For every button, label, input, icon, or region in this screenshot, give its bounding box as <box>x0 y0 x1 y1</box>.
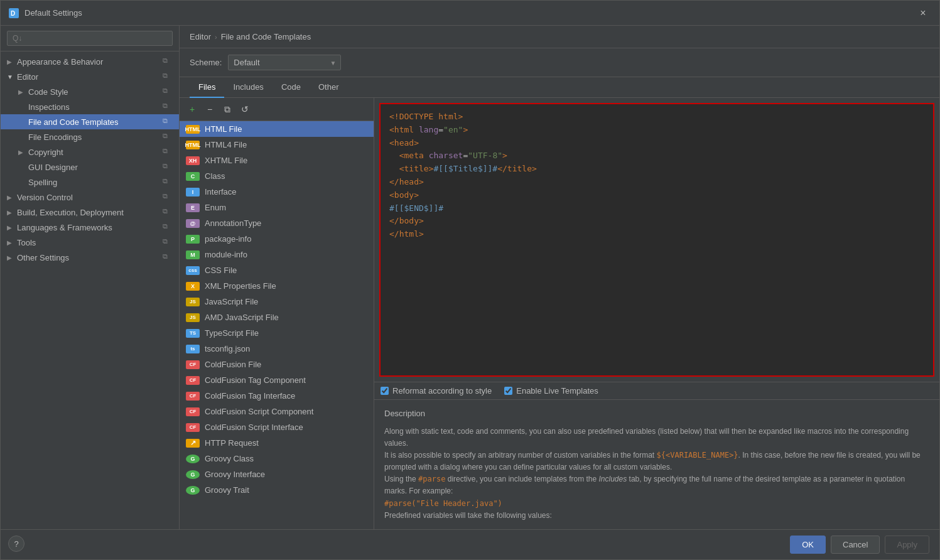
expand-arrow: ▶ <box>7 224 16 231</box>
file-icon-groovy-trait: G <box>186 486 200 495</box>
live-templates-label: Enable Live Templates <box>516 386 598 396</box>
live-templates-checkbox[interactable] <box>504 387 512 395</box>
file-item-annotation[interactable]: @ AnnotationType <box>180 215 374 231</box>
sidebar-item-other-settings[interactable]: ▶ Other Settings ⧉ <box>1 250 179 265</box>
file-item-groovy-interface[interactable]: G Groovy Interface <box>180 466 374 482</box>
title-bar: D Default Settings × <box>1 1 939 26</box>
remove-template-button[interactable]: − <box>202 102 217 117</box>
file-icon-cf5: CF <box>186 423 200 432</box>
file-item-interface[interactable]: I Interface <box>180 184 374 200</box>
sidebar-item-copyright[interactable]: ▶ Copyright ⧉ <box>1 144 179 159</box>
file-item-xhtml[interactable]: XH XHTML File <box>180 153 374 168</box>
sidebar-item-label: Inspections <box>28 102 160 112</box>
file-item-package-info[interactable]: P package-info <box>180 231 374 247</box>
sidebar-item-version-control[interactable]: ▶ Version Control ⧉ <box>1 190 179 205</box>
right-panel: Editor › File and Code Templates Scheme:… <box>180 26 939 529</box>
sidebar-item-build-execution[interactable]: ▶ Build, Execution, Deployment ⧉ <box>1 205 179 220</box>
tab-includes[interactable]: Includes <box>224 77 272 98</box>
file-icon-xhtml: XH <box>186 156 200 165</box>
file-item-cf-tag-component[interactable]: CF ColdFusion Tag Component <box>180 372 374 388</box>
copy-icon: ⧉ <box>163 102 173 112</box>
file-icon-groovy-class: G <box>186 455 200 463</box>
file-icon-class: C <box>186 172 200 181</box>
copy-icon: ⧉ <box>163 72 173 82</box>
copy-icon: ⧉ <box>163 147 173 157</box>
sidebar-item-label: Languages & Frameworks <box>17 223 160 232</box>
scheme-row: Scheme: Default <box>180 48 939 77</box>
expand-arrow: ▶ <box>7 254 16 261</box>
file-item-label: ColdFusion Script Component <box>205 407 313 416</box>
tab-files[interactable]: Files <box>190 77 224 98</box>
file-list-panel: + − ⧉ ↺ HTML HTML File HTML HTML4 File <box>180 98 374 529</box>
apply-button[interactable]: Apply <box>885 536 929 554</box>
sidebar-item-label: Appearance & Behavior <box>17 57 160 67</box>
file-item-cf-script-interface[interactable]: CF ColdFusion Script Interface <box>180 419 374 435</box>
file-item-xml-properties[interactable]: X XML Properties File <box>180 278 374 294</box>
editor-footer: Reformat according to style Enable Live … <box>374 382 939 399</box>
file-item-label: XHTML File <box>205 156 247 165</box>
file-item-label: module-info <box>205 250 247 259</box>
file-item-class[interactable]: C Class <box>180 168 374 184</box>
reset-template-button[interactable]: ↺ <box>237 102 252 117</box>
file-item-amd-javascript[interactable]: JS AMD JavaScript File <box>180 310 374 325</box>
sidebar-item-editor[interactable]: ▼ Editor ⧉ <box>1 69 179 84</box>
scheme-select-wrap: Default <box>228 55 341 70</box>
sidebar-item-spelling[interactable]: Spelling ⧉ <box>1 175 179 190</box>
file-item-javascript[interactable]: JS JavaScript File <box>180 294 374 310</box>
copy-icon: ⧉ <box>163 237 173 247</box>
reformat-checkbox-item[interactable]: Reformat according to style <box>381 386 492 396</box>
sidebar-item-languages-frameworks[interactable]: ▶ Languages & Frameworks ⧉ <box>1 220 179 235</box>
copy-template-button[interactable]: ⧉ <box>220 102 235 117</box>
search-input[interactable] <box>7 31 173 46</box>
close-button[interactable]: × <box>914 4 932 22</box>
file-item-css[interactable]: css CSS File <box>180 262 374 278</box>
reformat-checkbox[interactable] <box>381 387 389 395</box>
file-icon-tsconfig: ts <box>186 345 200 353</box>
sidebar-search-area <box>1 26 179 51</box>
file-item-html4[interactable]: HTML HTML4 File <box>180 137 374 153</box>
tab-code[interactable]: Code <box>273 77 310 98</box>
live-templates-checkbox-item[interactable]: Enable Live Templates <box>504 386 598 396</box>
copy-icon: ⧉ <box>163 162 173 172</box>
add-template-button[interactable]: + <box>185 102 200 117</box>
copy-icon: ⧉ <box>163 192 173 202</box>
file-item-module-info[interactable]: M module-info <box>180 247 374 262</box>
file-item-http-request[interactable]: ↗ HTTP Request <box>180 435 374 451</box>
ok-button[interactable]: OK <box>790 536 826 554</box>
sidebar-item-appearance[interactable]: ▶ Appearance & Behavior ⧉ <box>1 54 179 69</box>
cancel-button[interactable]: Cancel <box>831 536 880 554</box>
sidebar-item-code-style[interactable]: ▶ Code Style ⧉ <box>1 84 179 99</box>
file-list: HTML HTML File HTML HTML4 File XH XHTML … <box>180 121 374 529</box>
file-item-coldfusion[interactable]: CF ColdFusion File <box>180 357 374 372</box>
sidebar-item-inspections[interactable]: Inspections ⧉ <box>1 99 179 114</box>
file-item-label: AMD JavaScript File <box>205 313 279 322</box>
code-editor[interactable]: <!DOCTYPE html> <html lang="en"> <head> … <box>379 103 934 377</box>
copy-icon: ⧉ <box>163 177 173 187</box>
sidebar-item-label: GUI Designer <box>28 163 160 172</box>
file-item-groovy-class[interactable]: G Groovy Class <box>180 451 374 466</box>
expand-arrow: ▶ <box>7 58 16 65</box>
file-item-label: tsconfig.json <box>205 344 250 353</box>
file-item-typescript[interactable]: TS TypeScript File <box>180 325 374 341</box>
expand-arrow: ▶ <box>18 149 27 156</box>
file-item-tsconfig[interactable]: ts tsconfig.json <box>180 341 374 357</box>
sidebar-item-gui-designer[interactable]: GUI Designer ⧉ <box>1 159 179 175</box>
reformat-label: Reformat according to style <box>392 386 492 396</box>
file-icon-module: M <box>186 250 200 259</box>
sidebar-item-file-encodings[interactable]: File Encodings ⧉ <box>1 129 179 144</box>
file-item-groovy-trait[interactable]: G Groovy Trait <box>180 482 374 498</box>
scheme-select[interactable]: Default <box>228 55 341 70</box>
tab-other[interactable]: Other <box>310 77 348 98</box>
bottom-bar: ? OK Cancel Apply <box>1 529 939 559</box>
sidebar-item-tools[interactable]: ▶ Tools ⧉ <box>1 235 179 250</box>
file-item-cf-script-component[interactable]: CF ColdFusion Script Component <box>180 404 374 419</box>
file-item-cf-tag-interface[interactable]: CF ColdFusion Tag Interface <box>180 388 374 404</box>
file-item-html[interactable]: HTML HTML File <box>180 121 374 137</box>
file-item-label: Groovy Class <box>205 454 254 463</box>
sidebar-items-list: ▶ Appearance & Behavior ⧉ ▼ Editor ⧉ ▶ C… <box>1 51 179 529</box>
sidebar-item-file-code-templates[interactable]: File and Code Templates ⧉ <box>1 114 179 129</box>
file-item-enum[interactable]: E Enum <box>180 200 374 215</box>
file-icon-groovy-interface: G <box>186 470 200 479</box>
file-icon-js: JS <box>186 298 200 306</box>
help-button[interactable]: ? <box>8 536 24 552</box>
